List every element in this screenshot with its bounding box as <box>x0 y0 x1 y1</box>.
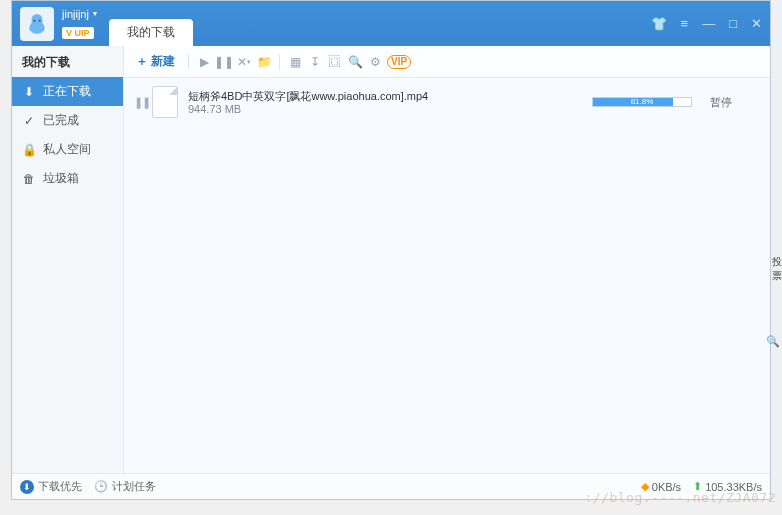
search-icon[interactable]: 🔍 <box>347 54 363 70</box>
file-icon <box>152 86 178 118</box>
minimize-button[interactable]: — <box>702 16 715 31</box>
download-row[interactable]: ❚❚ 短柄斧4BD中英双字[飘花www.piaohua.com].mp4 944… <box>124 78 770 126</box>
progress-bar: 81.8% <box>592 97 692 107</box>
username: jinjijnj <box>62 8 89 20</box>
sidebar-item-completed[interactable]: ✓ 已完成 <box>12 106 123 135</box>
new-label: 新建 <box>151 53 175 70</box>
app-window: jinjijnj ▾ V UIP 我的下载 👕 ≡ — □ ✕ 我的下载 ⬇ 正… <box>11 0 771 500</box>
separator <box>279 54 280 70</box>
sidebar-item-label: 已完成 <box>43 112 79 129</box>
schedule-label: 计划任务 <box>112 479 156 494</box>
tab-strip: 我的下载 <box>109 1 651 46</box>
tab-downloads[interactable]: 我的下载 <box>109 19 193 46</box>
schedule-button[interactable]: 🕒 计划任务 <box>94 479 156 494</box>
vip-icon[interactable]: VIP <box>387 55 411 69</box>
priority-button[interactable]: ⬇ 下载优先 <box>20 479 82 494</box>
progress-percent: 81.8% <box>593 97 691 106</box>
download-status: 暂停 <box>710 95 760 110</box>
pause-icon[interactable]: ❚❚ <box>216 54 232 70</box>
priority-label: 下载优先 <box>38 479 82 494</box>
row-pause-icon[interactable]: ❚❚ <box>134 96 152 109</box>
toolbar: ＋ 新建 ▶ ❚❚ ✕▾ 📁 ▦ ↧ ⿴ 🔍 ⚙ VIP <box>124 46 770 78</box>
avatar[interactable] <box>20 7 54 41</box>
separator <box>188 54 189 70</box>
sidebar: 我的下载 ⬇ 正在下载 ✓ 已完成 🔒 私人空间 🗑 垃圾箱 <box>12 46 124 473</box>
vote-label[interactable]: 投票 <box>771 255 782 283</box>
window-controls: 👕 ≡ — □ ✕ <box>651 16 762 31</box>
file-name: 短柄斧4BD中英双字[飘花www.piaohua.com].mp4 <box>188 89 488 103</box>
svg-point-1 <box>39 19 41 21</box>
priority-icon: ⬇ <box>20 480 34 494</box>
close-button[interactable]: ✕ <box>751 16 762 31</box>
vip-badge: V UIP <box>62 22 97 40</box>
trash-icon: 🗑 <box>22 172 36 186</box>
user-block[interactable]: jinjijnj ▾ V UIP <box>62 8 97 40</box>
clock-icon: 🕒 <box>94 480 108 493</box>
right-strip: 投票 🔍 <box>771 0 782 500</box>
download-list: ❚❚ 短柄斧4BD中英双字[飘花www.piaohua.com].mp4 944… <box>124 78 770 473</box>
titlebar: jinjijnj ▾ V UIP 我的下载 👕 ≡ — □ ✕ <box>12 1 770 46</box>
grid-view-icon[interactable]: ▦ <box>287 54 303 70</box>
sidebar-item-label: 垃圾箱 <box>43 170 79 187</box>
svg-point-0 <box>33 19 35 21</box>
main-panel: ＋ 新建 ▶ ❚❚ ✕▾ 📁 ▦ ↧ ⿴ 🔍 ⚙ VIP ❚❚ <box>124 46 770 473</box>
sort-icon[interactable]: ↧ <box>307 54 323 70</box>
sidebar-item-private[interactable]: 🔒 私人空间 <box>12 135 123 164</box>
watermark: ://blog.----.net/ZJA072 <box>584 490 776 505</box>
detail-icon[interactable]: ⿴ <box>327 54 343 70</box>
magnifier-icon[interactable]: 🔍 <box>766 335 780 348</box>
file-size: 944.73 MB <box>188 103 488 115</box>
play-icon[interactable]: ▶ <box>196 54 212 70</box>
delete-icon[interactable]: ✕▾ <box>236 54 252 70</box>
plus-icon: ＋ <box>136 53 148 70</box>
skin-icon[interactable]: 👕 <box>651 16 667 31</box>
check-icon: ✓ <box>22 114 36 128</box>
maximize-button[interactable]: □ <box>729 16 737 31</box>
sidebar-heading: 我的下载 <box>12 46 123 77</box>
folder-icon[interactable]: 📁 <box>256 54 272 70</box>
download-icon: ⬇ <box>22 85 36 99</box>
body: 我的下载 ⬇ 正在下载 ✓ 已完成 🔒 私人空间 🗑 垃圾箱 ＋ <box>12 46 770 473</box>
sidebar-item-label: 正在下载 <box>43 83 91 100</box>
tab-label: 我的下载 <box>127 24 175 41</box>
settings-icon[interactable]: ⚙ <box>367 54 383 70</box>
sidebar-item-label: 私人空间 <box>43 141 91 158</box>
file-info: 短柄斧4BD中英双字[飘花www.piaohua.com].mp4 944.73… <box>188 89 488 115</box>
progress-wrap: 81.8% <box>592 97 692 107</box>
sidebar-item-downloading[interactable]: ⬇ 正在下载 <box>12 77 123 106</box>
menu-icon[interactable]: ≡ <box>681 16 689 31</box>
penguin-icon <box>24 11 50 37</box>
sidebar-item-trash[interactable]: 🗑 垃圾箱 <box>12 164 123 193</box>
lock-icon: 🔒 <box>22 143 36 157</box>
new-button[interactable]: ＋ 新建 <box>130 50 181 73</box>
user-dropdown-caret-icon: ▾ <box>93 9 97 18</box>
